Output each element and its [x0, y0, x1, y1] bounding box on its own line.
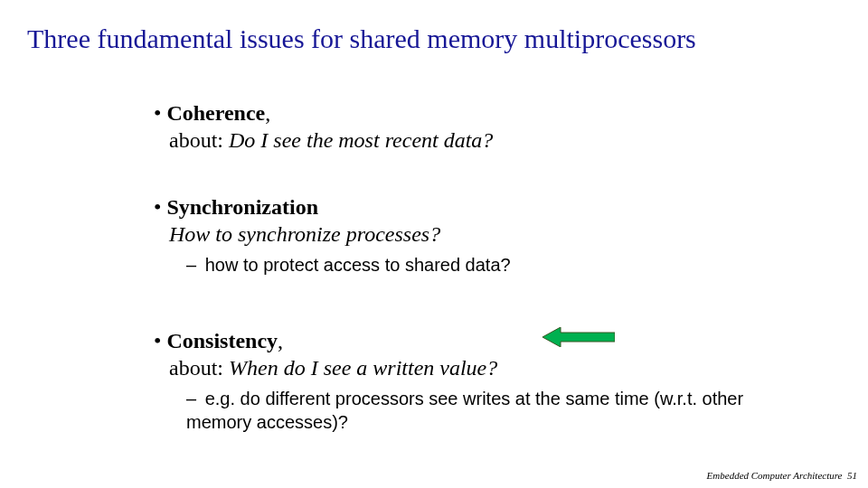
bullet-heading: Synchronization — [166, 195, 318, 219]
about-label: about: — [169, 356, 229, 380]
bullet-heading: Coherence — [166, 101, 265, 125]
question-text: When do I see a written value? — [229, 356, 497, 380]
footer-label: Embedded Computer Architecture — [707, 470, 843, 481]
spacer — [154, 277, 805, 327]
footer: Embedded Computer Architecture 51 — [707, 470, 857, 481]
bullet-marker: • — [154, 101, 166, 125]
sub-bullet-sync: – how to protect access to shared data? — [186, 253, 805, 277]
bullet-heading: Consistency — [166, 329, 278, 352]
sub-bullet-consistency: – e.g. do different processors see write… — [186, 387, 805, 434]
dash: – — [186, 389, 202, 408]
left-arrow-icon — [542, 327, 615, 351]
slide-title: Three fundamental issues for shared memo… — [27, 23, 696, 54]
question-text: Do I see the most recent data? — [229, 128, 493, 152]
about-line-consistency: about: When do I see a written value? — [169, 354, 805, 381]
arrow-shape — [542, 327, 615, 347]
dash: – — [186, 255, 202, 275]
bullet-suffix: , — [265, 101, 270, 125]
about-label: about: — [169, 128, 229, 152]
bullet-suffix: , — [278, 329, 283, 352]
footer-page: 51 — [847, 470, 857, 481]
bullet-consistency: • Consistency, — [154, 327, 805, 354]
slide-body: • Coherence, about: Do I see the most re… — [154, 99, 805, 434]
about-line-coherence: about: Do I see the most recent data? — [169, 127, 805, 154]
sub-text: how to protect access to shared data? — [205, 255, 511, 275]
bullet-marker: • — [154, 329, 166, 352]
bullet-marker: • — [154, 195, 166, 219]
slide: Three fundamental issues for shared memo… — [0, 0, 868, 488]
question-text: How to synchronize processes? — [169, 222, 440, 246]
bullet-synchronization: • Synchronization — [154, 193, 805, 221]
sub-text: e.g. do different processors see writes … — [186, 389, 743, 432]
bullet-coherence: • Coherence, — [154, 99, 805, 127]
spacer — [154, 154, 805, 193]
about-line-sync: How to synchronize processes? — [169, 221, 805, 248]
